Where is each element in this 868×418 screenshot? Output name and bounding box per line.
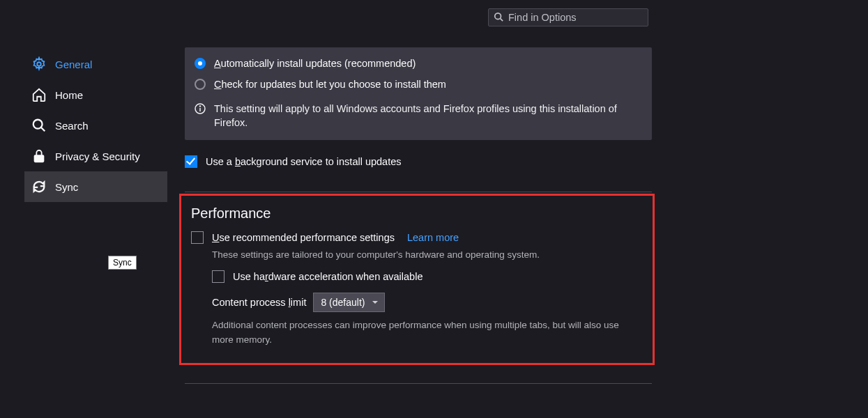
- radio-icon: [195, 58, 206, 69]
- sidebar-item-label: General: [55, 59, 92, 70]
- svg-point-0: [495, 13, 501, 20]
- info-icon: [195, 103, 206, 114]
- checkbox-label: Use a background service to install upda…: [206, 156, 402, 167]
- radio-label: Check for updates but let you choose to …: [214, 79, 446, 90]
- svg-line-4: [41, 127, 45, 132]
- updates-panel: Automatically install updates (recommend…: [185, 47, 652, 140]
- recommended-helper-text: These settings are tailored to your comp…: [212, 248, 643, 262]
- checkbox-icon: [185, 155, 197, 168]
- updates-info-row: This setting will apply to all Windows a…: [195, 95, 642, 130]
- use-recommended-checkbox[interactable]: [191, 231, 204, 244]
- content-process-label: Content process limit: [212, 297, 306, 308]
- settings-sidebar: General Home Search Privacy & Security S…: [24, 49, 167, 202]
- svg-line-1: [501, 19, 503, 22]
- svg-rect-5: [35, 155, 44, 162]
- section-divider: [185, 192, 652, 192]
- content-process-select[interactable]: 8 (default): [313, 293, 385, 312]
- radio-label: Automatically install updates (recommend…: [214, 58, 416, 69]
- sidebar-item-label: Privacy & Security: [55, 150, 140, 162]
- svg-point-3: [33, 120, 43, 129]
- section-divider: [185, 383, 652, 384]
- sidebar-item-sync[interactable]: Sync: [24, 171, 167, 202]
- hw-accel-row[interactable]: Use hardware acceleration when available: [212, 268, 643, 286]
- search-icon: [31, 118, 47, 133]
- gear-icon: [31, 56, 47, 72]
- svg-point-8: [200, 106, 201, 107]
- search-icon: [494, 12, 503, 22]
- options-search-input[interactable]: [488, 8, 648, 26]
- performance-section: Performance Use recommended performance …: [179, 194, 655, 365]
- settings-main: Automatically install updates (recommend…: [185, 47, 652, 385]
- select-value: 8 (default): [321, 297, 365, 308]
- sidebar-item-label: Search: [55, 120, 89, 132]
- search-container: [488, 8, 648, 26]
- learn-more-link[interactable]: Learn more: [407, 232, 459, 243]
- lock-icon: [31, 148, 47, 164]
- sidebar-item-search[interactable]: Search: [24, 110, 167, 141]
- content-process-row: Content process limit 8 (default): [212, 293, 643, 312]
- sidebar-item-general[interactable]: General: [24, 49, 167, 79]
- sync-tooltip: Sync: [108, 256, 137, 270]
- svg-point-2: [37, 62, 41, 66]
- update-option-check[interactable]: Check for updates but let you choose to …: [195, 74, 642, 95]
- chevron-down-icon: [372, 299, 379, 306]
- home-icon: [31, 87, 47, 102]
- use-recommended-label: Use recommended performance settings: [212, 232, 395, 243]
- sidebar-item-label: Sync: [55, 181, 78, 193]
- sidebar-item-privacy[interactable]: Privacy & Security: [24, 141, 167, 171]
- sync-icon: [31, 179, 47, 194]
- background-service-checkbox[interactable]: Use a background service to install upda…: [185, 153, 652, 171]
- performance-advanced: Use hardware acceleration when available: [212, 268, 643, 286]
- hw-accel-label: Use hardware acceleration when available: [233, 271, 422, 282]
- performance-heading: Performance: [191, 206, 643, 222]
- hw-accel-checkbox: [212, 270, 224, 283]
- update-option-auto[interactable]: Automatically install updates (recommend…: [195, 53, 642, 74]
- radio-icon: [195, 79, 206, 90]
- content-process-helper: Additional content processes can improve…: [212, 318, 643, 348]
- sidebar-item-home[interactable]: Home: [24, 79, 167, 110]
- sidebar-item-label: Home: [55, 89, 83, 101]
- updates-info-text: This setting will apply to all Windows a…: [214, 102, 642, 130]
- use-recommended-row: Use recommended performance settings Lea…: [191, 231, 643, 244]
